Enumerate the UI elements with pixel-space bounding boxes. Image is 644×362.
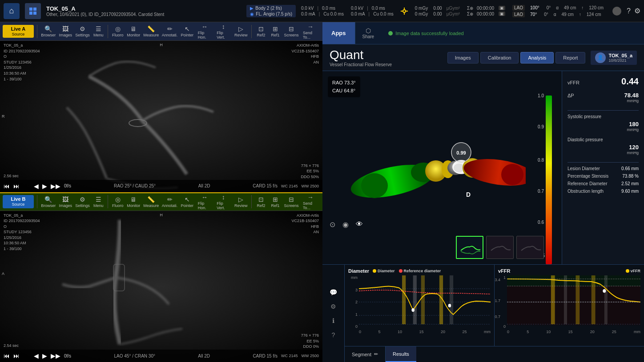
view-icon-2[interactable]: ◉: [342, 220, 349, 229]
svg-rect-41: [551, 275, 555, 324]
ref1-btn[interactable]: ⊞Ref1: [269, 24, 282, 38]
screens-btn-b[interactable]: ⊟Screens: [283, 195, 299, 209]
vessel-3d-view: RAO 73.3° CAU 64.8°: [322, 71, 562, 264]
menu-btn[interactable]: ☰Menu: [92, 24, 105, 38]
systolic-unit: mmHg: [568, 127, 639, 132]
fluoro-panel-top: TOK_05_a ID 20170922093504 O STUDY 12345…: [0, 41, 322, 192]
svg-point-35: [448, 304, 451, 307]
view-icon-1[interactable]: ⊙: [330, 220, 335, 229]
fluoro-btn[interactable]: ◎Fluoro: [111, 24, 125, 38]
settings-btn-b[interactable]: ⚙Settings: [75, 195, 91, 209]
live-b-button[interactable]: Live B Source: [3, 195, 34, 208]
images-btn[interactable]: 🖼Images: [58, 24, 73, 38]
browser-btn[interactable]: 🔍Browser: [40, 24, 56, 38]
play-btn-top[interactable]: ▶: [42, 183, 47, 190]
pointer-btn-b[interactable]: ↖Pointer: [180, 195, 194, 209]
chat-icon[interactable]: 💬: [330, 289, 337, 296]
fluo-controls-top[interactable]: ⏮ ⏭ ◀ ▶ ▶▶ 0f/s RAO 25° / CAUD 25° All 2…: [0, 180, 322, 192]
a-label-bottom: A: [2, 271, 4, 276]
vffr-svg: [507, 275, 640, 329]
next-btn-top[interactable]: ▶▶: [51, 183, 60, 190]
segment-btn[interactable]: Segment ✏: [345, 346, 386, 362]
thumb-3[interactable]: [516, 236, 544, 259]
ref2-btn-b[interactable]: ⊡Ref2: [255, 195, 267, 209]
angio-image-bottom: [0, 211, 322, 362]
share-tab[interactable]: ⬡ Share: [355, 27, 382, 39]
results-btn[interactable]: Results: [386, 346, 416, 362]
vffr-chart-title: vFFR vFFR: [498, 268, 640, 274]
svg-point-22: [501, 164, 523, 185]
vffr-x-axis: 0510152025mm: [498, 330, 640, 334]
fluo-controls-bottom[interactable]: ⏮ ⏭ ◀ ▶ ▶▶ 0f/s LAO 45° / CRAN 30° All 2…: [0, 350, 322, 362]
annotate-btn[interactable]: ✏Annotati.: [161, 24, 178, 38]
live-a-button[interactable]: Live A Source: [3, 25, 34, 38]
systolic-label: Systolic pressure: [568, 114, 639, 119]
monitor-btn[interactable]: 🖥Monitor: [126, 24, 141, 38]
pointer-btn[interactable]: ↖Pointer: [180, 24, 194, 38]
measure-btn-b[interactable]: 📏Measure: [143, 195, 160, 209]
vessel-label-d: D: [466, 191, 471, 198]
toolbar-1: Live A Source 🔍Browser 🖼Images ⚙Settings…: [0, 22, 322, 41]
flip-hor-btn[interactable]: ↔Flip Hon.: [196, 22, 213, 40]
dose-info: 0.0 kV|0.0 ms 0.0 mA|Cu 0.0 ms 0.0 kV|0.…: [301, 5, 604, 17]
menu-btn-b[interactable]: ☰Menu: [92, 195, 105, 209]
scale-label-5: 0.6: [538, 220, 544, 225]
view-icon-3[interactable]: 👁: [356, 220, 363, 229]
fluoro-btn-b[interactable]: ◎Fluoro: [111, 195, 125, 209]
flip-vert-btn[interactable]: ↕Flip Vert.: [215, 22, 232, 40]
annotate-btn-b[interactable]: ✏Annotati.: [161, 195, 178, 209]
prev-btn-top[interactable]: ◀: [34, 183, 39, 190]
time-sec-top: 2.56 sec: [4, 174, 19, 178]
skip-back-btn-bottom[interactable]: ⏮: [4, 352, 10, 359]
fluoro-panel-bottom: TOK_05_a ID 20170922093504 O STUDY 12345…: [0, 211, 322, 362]
fps-top: 0f/s: [64, 183, 71, 188]
all2d-label-bottom: All 2D: [198, 354, 210, 358]
delta-p-unit: mmHg: [624, 99, 639, 103]
ref1-btn-b[interactable]: ⊞Ref1: [269, 195, 282, 209]
app-icon: [25, 3, 41, 19]
measure-btn[interactable]: 📏Measure: [143, 24, 160, 38]
settings-chart-icon[interactable]: ⚙: [330, 303, 336, 310]
prev-btn-bottom[interactable]: ◀: [34, 352, 39, 359]
images-btn-b[interactable]: 🖼Images: [58, 195, 73, 209]
monitor-btn-b[interactable]: 🖥Monitor: [126, 195, 141, 209]
quant-header: Quant Vessel Fractional Flow Reserve Ima…: [322, 44, 644, 71]
svg-rect-45: [604, 275, 608, 324]
thumb-1[interactable]: [456, 236, 483, 259]
play-btn-bottom[interactable]: ▶: [42, 352, 47, 359]
skip-fwd-btn-bottom[interactable]: ⏭: [13, 352, 20, 359]
tab-report[interactable]: Report: [555, 52, 585, 64]
thumb-2[interactable]: [486, 236, 514, 259]
tab-analysis[interactable]: Analysis: [520, 52, 554, 64]
next-btn-bottom[interactable]: ▶▶: [51, 352, 60, 359]
flip-vert-btn-b[interactable]: ↕Flip Vert.: [215, 193, 232, 211]
diameter-legend: Diameter Reference diameter: [373, 269, 441, 273]
time-sec-bottom: 2.54 sec: [4, 343, 19, 348]
fluo-overlay-bottom-bottom: 776 × 776 EE 5% DDO 0%: [301, 333, 319, 350]
svg-rect-43: [576, 275, 580, 324]
help-button[interactable]: ?: [627, 7, 631, 15]
ref2-btn[interactable]: ⊡Ref2: [255, 24, 267, 38]
flip-hor-btn-b[interactable]: ↔Flip Hon.: [196, 193, 213, 211]
help-chart-icon[interactable]: ?: [332, 331, 335, 338]
review-btn[interactable]: ▷Review: [233, 24, 248, 38]
fluo-overlay-info-bottom: TOK_05_a ID 20170922093504 O STUDY 12345…: [4, 213, 40, 252]
r-label-top: R: [2, 114, 5, 119]
review-btn-b[interactable]: ▷Review: [233, 195, 248, 209]
settings-button[interactable]: ⚙: [634, 7, 640, 15]
info-icon[interactable]: ℹ: [332, 317, 334, 324]
screens-btn[interactable]: ⊟Screens: [283, 24, 299, 38]
skip-back-btn-top[interactable]: ⏮: [4, 183, 10, 190]
settings-btn[interactable]: ⚙Settings: [75, 24, 91, 38]
tab-calibration[interactable]: Calibration: [480, 52, 519, 64]
charts-bottom: Segment ✏ Results: [345, 346, 644, 362]
apps-tab[interactable]: Apps: [322, 22, 355, 44]
main-container: Live A Source 🔍Browser 🖼Images ⚙Settings…: [0, 22, 644, 362]
browser-btn-b[interactable]: 🔍Browser: [40, 195, 56, 209]
send-to-btn[interactable]: →Send To...: [301, 22, 320, 40]
send-to-btn-b[interactable]: →Send To...: [301, 193, 320, 211]
ref-diam-value: 2.52 mm: [621, 181, 639, 186]
home-button[interactable]: ⌂: [4, 3, 20, 19]
skip-fwd-btn-top[interactable]: ⏭: [13, 183, 20, 190]
tab-images[interactable]: Images: [447, 52, 479, 64]
